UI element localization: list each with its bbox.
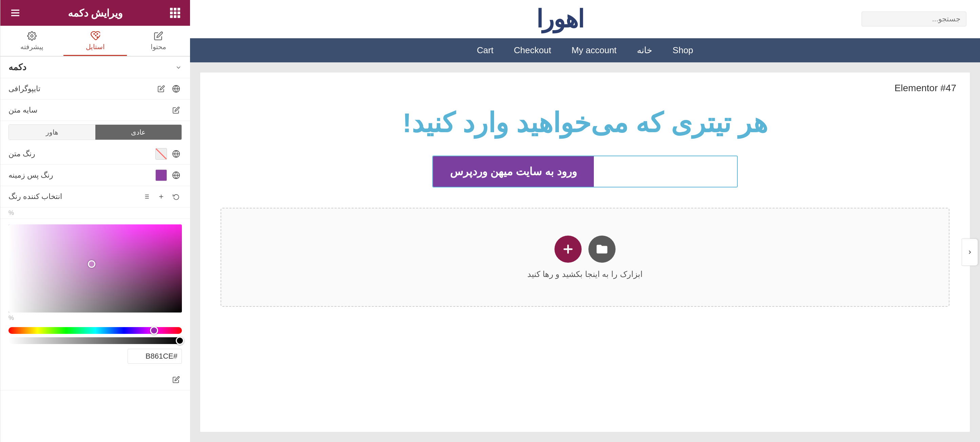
add-icon-circle[interactable] [554, 236, 582, 263]
gradient-bg [8, 224, 182, 312]
tab-advanced[interactable]: پیشرفته [0, 26, 64, 56]
top-bar: اهورا [190, 0, 980, 38]
hero-heading: هر تیتری که می‌خواهید وارد کنید! [214, 107, 956, 139]
globe-color-icon [172, 150, 180, 158]
tab-style[interactable]: استایل [64, 26, 127, 56]
tab-content[interactable]: محتوا [127, 26, 190, 56]
nav-bar: Cart Checkout My account خانه Shop [190, 38, 980, 62]
percent-label: % [8, 209, 14, 217]
alpha-slider-row [8, 337, 182, 344]
panel-header-icons [168, 6, 182, 20]
add-color-icon[interactable] [156, 191, 167, 202]
state-normal[interactable]: عادی [95, 125, 182, 139]
color-picker-section: % [0, 219, 190, 369]
sidebar-toggle[interactable] [962, 239, 978, 266]
apps-icon[interactable] [168, 6, 182, 20]
panel-title: ویرایش دکمه [68, 7, 123, 19]
nav-item-cart[interactable]: Cart [477, 45, 493, 55]
gear-tab-icon [27, 31, 37, 41]
text-shadow-edit-icon[interactable] [170, 105, 182, 116]
globe-bg-icon [172, 171, 180, 179]
nav-item-checkout[interactable]: Checkout [514, 45, 551, 55]
hue-slider-row [8, 327, 182, 334]
elementor-title: Elementor #47 [214, 83, 956, 93]
plus-circle-icon [562, 243, 574, 255]
reset-color-icon[interactable] [170, 191, 182, 202]
globe-icon [172, 85, 180, 93]
color-picker-toolbar [140, 191, 182, 202]
cta-button[interactable]: ورود به سایت میهن وردپرس [433, 156, 594, 187]
button-row: ورود به سایت میهن وردپرس [432, 155, 738, 187]
panel-header: ویرایش دکمه [0, 0, 190, 26]
nav-item-home[interactable]: خانه [637, 45, 652, 55]
bg-color-globe-icon[interactable] [170, 170, 182, 181]
text-color-label: رنگ متن [8, 149, 35, 158]
alpha-thumb [176, 337, 184, 345]
bg-color-row: رنگ پس زمینه [0, 165, 190, 186]
bg-color-controls [156, 170, 182, 181]
site-logo: اهورا [536, 5, 584, 33]
color-picker-label-row: انتخاب کننده رنگ [0, 186, 190, 208]
alpha-slider[interactable] [8, 337, 182, 344]
percent-label-2: % [8, 315, 14, 322]
text-color-controls [156, 148, 182, 160]
drop-icons [554, 236, 616, 263]
editor-area: Elementor #47 هر تیتری که می‌خواهید وارد… [190, 62, 980, 442]
typography-controls [156, 83, 182, 95]
svg-point-3 [95, 35, 96, 36]
drag-icon-circle[interactable] [589, 236, 616, 263]
color-indicator [88, 260, 95, 268]
text-color-row: رنگ متن [0, 143, 190, 165]
hex-input-row [8, 349, 182, 364]
svg-point-7 [31, 35, 33, 37]
text-shadow-label: سایه متن [8, 106, 37, 114]
hue-thumb [150, 326, 158, 334]
list-icon [143, 193, 150, 200]
nav-item-myaccount[interactable]: My account [571, 45, 617, 55]
pencil-tab-icon [154, 31, 163, 41]
globe-typography-icon[interactable] [170, 83, 182, 95]
drop-zone-text: ابزارک را به اینجا بکشید و رها کنید [527, 269, 643, 279]
text-color-swatch[interactable] [156, 148, 167, 160]
typography-label: تایپوگرافی [8, 84, 40, 93]
state-tabs: عادی هاور [8, 124, 182, 140]
folder-icon [595, 243, 608, 255]
add-icon [158, 193, 165, 200]
bottom-pencil-icon[interactable] [170, 374, 182, 385]
editor-canvas: Elementor #47 هر تیتری که می‌خواهید وارد… [200, 73, 970, 432]
drop-zone[interactable]: ابزارک را به اینجا بکشید و رها کنید [221, 208, 950, 307]
right-panel: ویرایش دکمه محتوا [0, 0, 190, 442]
list-color-icon[interactable] [140, 191, 152, 202]
text-shadow-controls [170, 105, 182, 116]
text-color-globe-icon[interactable] [170, 148, 182, 160]
pencil-bottom-icon [172, 376, 180, 383]
palette-tab-icon [91, 31, 100, 41]
text-shadow-row: سایه متن [0, 100, 190, 121]
hue-slider[interactable] [8, 327, 182, 334]
svg-point-5 [97, 33, 97, 34]
hex-input[interactable] [127, 349, 182, 364]
search-input[interactable] [862, 11, 966, 27]
bg-color-swatch[interactable] [156, 170, 167, 181]
typography-edit-icon[interactable] [156, 83, 167, 95]
svg-point-6 [97, 36, 97, 37]
color-picker-title-label: انتخاب کننده رنگ [8, 192, 62, 201]
panel-content: دکمه [0, 57, 190, 442]
pencil-shadow-icon [172, 106, 180, 114]
hamburger-icon[interactable] [8, 6, 22, 20]
pencil-icon [158, 85, 165, 92]
state-hover[interactable]: هاور [9, 125, 95, 139]
reset-icon [173, 193, 180, 200]
section-title: دکمه [8, 62, 27, 73]
section-button[interactable]: دکمه [0, 57, 190, 78]
chevron-right-icon [967, 249, 973, 255]
bg-color-label: رنگ پس زمینه [8, 171, 53, 180]
nav-item-shop[interactable]: Shop [673, 45, 693, 55]
panel-tabs: محتوا استایل پیشرفته [0, 26, 190, 57]
svg-point-4 [94, 33, 94, 34]
menu-icon [10, 8, 21, 18]
button-empty-space [594, 156, 737, 187]
bottom-pencil-row [0, 369, 190, 390]
gradient-canvas[interactable] [8, 224, 182, 312]
percent-row: % [0, 208, 190, 219]
